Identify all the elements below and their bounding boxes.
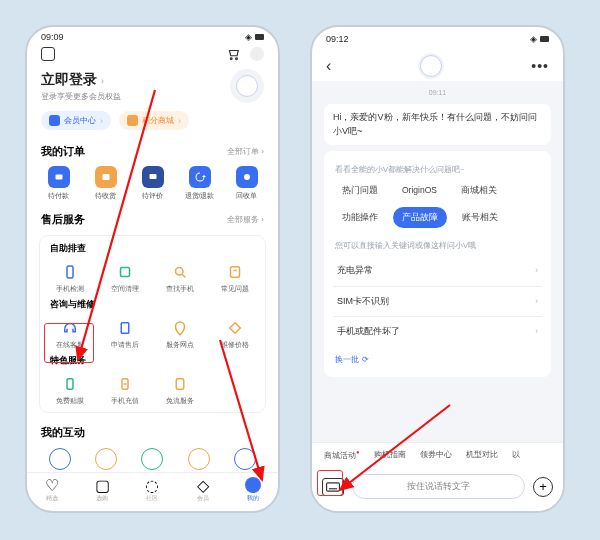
svc-location[interactable]: 服务网点 bbox=[153, 315, 208, 354]
chat-timestamp: 09:11 bbox=[324, 87, 551, 98]
battery-icon bbox=[540, 36, 549, 42]
return-icon bbox=[189, 166, 211, 188]
nav-community[interactable]: ◌社区 bbox=[144, 477, 160, 503]
svc-phone-check[interactable]: 手机检测 bbox=[42, 259, 97, 298]
interact-5[interactable] bbox=[234, 448, 256, 470]
pill-member[interactable]: 会员中心› bbox=[41, 111, 111, 130]
wifi-icon: ◈ bbox=[245, 32, 252, 42]
orders-more[interactable]: 全部订单 › bbox=[227, 146, 264, 157]
interact-title: 我的互动 bbox=[41, 425, 85, 440]
order-recycle[interactable]: 回收单 bbox=[223, 163, 270, 204]
cart-icon[interactable] bbox=[226, 47, 240, 61]
entry-pills: 会员中心› 积分商城› bbox=[27, 105, 278, 136]
tag-icon bbox=[226, 319, 244, 337]
keyboard-icon bbox=[326, 482, 340, 492]
sug-4[interactable]: 机型对比 bbox=[466, 449, 498, 461]
q-charging[interactable]: 充电异常› bbox=[333, 256, 542, 286]
interact-3[interactable] bbox=[141, 448, 163, 470]
sug-1[interactable]: 商城活动● bbox=[324, 449, 360, 461]
statusbar-r: 09:12 ◈ bbox=[312, 27, 563, 47]
svc-apply[interactable]: 申请售后 bbox=[97, 315, 152, 354]
svg-point-1 bbox=[236, 58, 238, 60]
sug-2[interactable]: 购机指南 bbox=[374, 449, 406, 461]
svc-find[interactable]: 查找手机 bbox=[153, 259, 208, 298]
nav-shop[interactable]: ▢选购 bbox=[94, 477, 110, 503]
order-pending-pay[interactable]: 待付款 bbox=[35, 163, 82, 204]
interact-1[interactable] bbox=[49, 448, 71, 470]
keyboard-toggle[interactable] bbox=[322, 478, 344, 496]
status-time: 09:09 bbox=[41, 32, 64, 42]
svg-rect-4 bbox=[149, 174, 156, 179]
user-icon bbox=[245, 477, 261, 493]
topbar bbox=[27, 43, 278, 65]
sug-3[interactable]: 领券中心 bbox=[420, 449, 452, 461]
nav-featured[interactable]: ♡精选 bbox=[44, 477, 60, 503]
battery-icon bbox=[255, 34, 264, 40]
after-more[interactable]: 全部服务 › bbox=[227, 214, 264, 225]
hint2: 您可以直接输入关键词或像这样问小V哦 bbox=[333, 234, 542, 256]
message-icon[interactable] bbox=[250, 47, 264, 61]
chip-originos[interactable]: OriginOS bbox=[393, 180, 446, 201]
svg-point-5 bbox=[244, 174, 250, 180]
heart-icon: ♡ bbox=[44, 477, 60, 493]
category-chips: 热门问题 OriginOS 商城相关 功能操作 产品故障 账号相关 bbox=[333, 180, 542, 234]
voice-input[interactable]: 按住说话转文字 bbox=[352, 474, 525, 499]
chip-mall[interactable]: 商城相关 bbox=[452, 180, 506, 201]
login-title: 立即登录 bbox=[41, 71, 97, 87]
svc-price[interactable]: 维修价格 bbox=[208, 315, 263, 354]
svc-online-cs[interactable]: 在线客服 bbox=[42, 315, 97, 354]
nav-mine[interactable]: 我的 bbox=[245, 477, 261, 503]
chat-area: 09:11 Hi，亲爱的V粉，新年快乐！有什么问题，不妨问问小V吧~ 看看全能的… bbox=[312, 81, 563, 442]
globe-icon: ◌ bbox=[144, 477, 160, 493]
svg-rect-6 bbox=[67, 266, 73, 278]
login-row[interactable]: 立即登录 › 登录享受更多会员权益 bbox=[27, 65, 278, 105]
svg-rect-2 bbox=[55, 175, 62, 180]
pill-points[interactable]: 积分商城› bbox=[119, 111, 189, 130]
svc-topup[interactable]: 手机充值 bbox=[97, 371, 152, 410]
svc-film[interactable]: 免费贴膜 bbox=[42, 371, 97, 410]
bot-icon bbox=[420, 55, 442, 77]
order-pending-review[interactable]: 待评价 bbox=[129, 163, 176, 204]
q-broken[interactable]: 手机或配件坏了› bbox=[333, 316, 542, 347]
add-button[interactable]: + bbox=[533, 477, 553, 497]
more-button[interactable]: ••• bbox=[531, 58, 549, 74]
diamond-icon bbox=[49, 115, 60, 126]
form-icon bbox=[116, 319, 134, 337]
svc-clean[interactable]: 空间清理 bbox=[97, 259, 152, 298]
bottom-nav: ♡精选 ▢选购 ◌社区 ◇会员 我的 bbox=[27, 472, 278, 511]
sim-icon bbox=[171, 375, 189, 393]
refresh-icon: ⟳ bbox=[362, 354, 369, 366]
order-refund[interactable]: 退货/退款 bbox=[176, 163, 223, 204]
svc-faq[interactable]: 常见问题 bbox=[208, 259, 263, 298]
self-check-title: 自助排查 bbox=[42, 242, 263, 259]
status-time-r: 09:12 bbox=[326, 34, 349, 44]
topup-icon bbox=[116, 375, 134, 393]
chip-fault[interactable]: 产品故障 bbox=[393, 207, 447, 228]
q-sim[interactable]: SIM卡不识别› bbox=[333, 286, 542, 317]
statusbar: 09:09 ◈ bbox=[27, 27, 278, 43]
search-icon bbox=[171, 263, 189, 281]
refresh-button[interactable]: 换一批⟳ bbox=[333, 347, 542, 373]
chevron-right-icon: › bbox=[535, 295, 538, 309]
settings-icon[interactable] bbox=[41, 47, 55, 61]
avatar[interactable] bbox=[230, 69, 264, 103]
chip-account[interactable]: 账号相关 bbox=[453, 207, 507, 228]
back-button[interactable]: ‹ bbox=[326, 57, 331, 75]
svg-rect-13 bbox=[176, 379, 184, 390]
status-right-r: ◈ bbox=[530, 34, 549, 44]
after-title: 售后服务 bbox=[41, 212, 85, 227]
interact-2[interactable] bbox=[95, 448, 117, 470]
nav-member[interactable]: ◇会员 bbox=[195, 477, 211, 503]
svc-data[interactable]: 免流服务 bbox=[153, 371, 208, 410]
bag-icon: ▢ bbox=[94, 477, 110, 493]
sug-5[interactable]: 以 bbox=[512, 449, 520, 461]
order-pending-receive[interactable]: 待收货 bbox=[82, 163, 129, 204]
chevron-right-icon: › bbox=[101, 76, 104, 86]
login-sub: 登录享受更多会员权益 bbox=[41, 91, 121, 102]
chip-function[interactable]: 功能操作 bbox=[333, 207, 387, 228]
interact-4[interactable] bbox=[188, 448, 210, 470]
chip-hot[interactable]: 热门问题 bbox=[333, 180, 387, 201]
box-icon bbox=[95, 166, 117, 188]
after-head: 售后服务 全部服务 › bbox=[27, 204, 278, 231]
recycle-icon bbox=[236, 166, 258, 188]
